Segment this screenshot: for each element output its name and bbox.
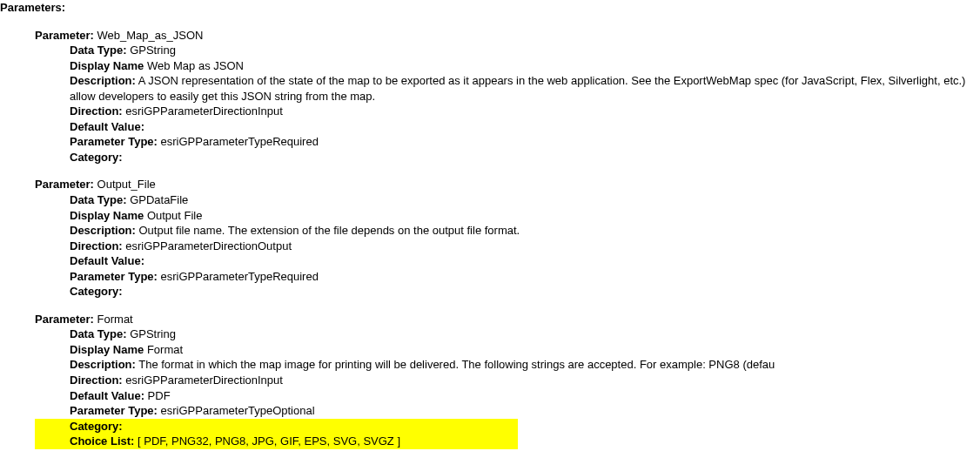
label: Category: (70, 285, 123, 298)
field-display-name: Display Name Output File (70, 208, 980, 224)
label: Description: (70, 224, 136, 237)
label: Choice List: (70, 434, 134, 448)
field-default-value: Default Value: (70, 253, 980, 269)
parameter-header: Parameter: Output_File (35, 177, 980, 192)
label: Default Value: (70, 389, 144, 402)
value: PDF (148, 389, 171, 402)
value: esriGPParameterTypeOptional (161, 404, 315, 417)
label: Direction: (70, 104, 123, 118)
parameter-label: Parameter: (35, 178, 94, 191)
value: Web Map as JSON (147, 59, 244, 72)
label: Description: (70, 74, 136, 87)
highlighted-row: Choice List: [ PDF, PNG32, PNG8, JPG, GI… (35, 434, 518, 449)
field-direction: Direction: esriGPParameterDirectionInput (70, 104, 980, 119)
parameter-block: Parameter: Format Data Type: GPString Di… (35, 312, 980, 449)
value: Output File (147, 209, 203, 222)
field-description: Description: A JSON representation of th… (70, 73, 980, 104)
parameters-doc: Parameters: Parameter: Web_Map_as_JSON D… (0, 0, 980, 449)
label: Default Value: (70, 120, 144, 133)
label: Data Type: (70, 327, 127, 340)
field-choice-list-highlight: Choice List: [ PDF, PNG32, PNG8, JPG, GI… (70, 434, 980, 449)
parameter-label: Parameter: (35, 29, 94, 42)
field-description: Description: The format in which the map… (70, 357, 980, 373)
label: Direction: (70, 239, 123, 252)
parameter-header: Parameter: Web_Map_as_JSON (35, 28, 980, 44)
label: Direction: (70, 374, 123, 387)
field-direction: Direction: esriGPParameterDirectionInput (70, 373, 980, 388)
field-direction: Direction: esriGPParameterDirectionOutpu… (70, 239, 980, 254)
label: Display Name (70, 209, 144, 222)
value: GPString (130, 44, 176, 57)
parameter-header: Parameter: Format (35, 312, 980, 327)
field-parameter-type: Parameter Type: esriGPParameterTypeRequi… (70, 134, 980, 150)
value: [ PDF, PNG32, PNG8, JPG, GIF, EPS, SVG, … (138, 434, 400, 448)
field-parameter-type: Parameter Type: esriGPParameterTypeRequi… (70, 269, 980, 285)
parameter-block: Parameter: Web_Map_as_JSON Data Type: GP… (35, 28, 980, 165)
label: Parameter Type: (70, 135, 158, 148)
field-data-type: Data Type: GPString (70, 43, 980, 58)
parameter-block: Parameter: Output_File Data Type: GPData… (35, 177, 980, 299)
value: Format (147, 343, 183, 356)
label: Category: (70, 420, 123, 433)
value: esriGPParameterDirectionOutput (125, 239, 292, 252)
field-description: Description: Output file name. The exten… (70, 223, 980, 239)
label: Display Name (70, 59, 144, 72)
value: esriGPParameterTypeRequired (161, 270, 319, 283)
value: Output file name. The extension of the f… (138, 224, 520, 237)
field-category: Category: (70, 150, 980, 165)
label: Description: (70, 358, 136, 371)
parameter-name: Format (97, 313, 133, 326)
value: GPDataFile (130, 193, 188, 206)
field-data-type: Data Type: GPDataFile (70, 192, 980, 208)
field-default-value: Default Value: PDF (70, 388, 980, 404)
field-category: Category: (70, 284, 980, 300)
highlighted-row: Category: (35, 419, 518, 434)
field-display-name: Display Name Web Map as JSON (70, 58, 980, 74)
label: Default Value: (70, 254, 144, 267)
field-data-type: Data Type: GPString (70, 326, 980, 342)
label: Data Type: (70, 193, 127, 206)
label: Category: (70, 151, 123, 164)
value: esriGPParameterDirectionInput (125, 104, 283, 118)
parameter-name: Output_File (97, 178, 156, 191)
value: esriGPParameterTypeRequired (161, 135, 319, 148)
label: Display Name (70, 343, 144, 356)
label: Parameter Type: (70, 404, 158, 417)
field-default-value: Default Value: (70, 119, 980, 135)
parameter-name: Web_Map_as_JSON (97, 29, 204, 42)
label: Data Type: (70, 44, 127, 57)
field-parameter-type: Parameter Type: esriGPParameterTypeOptio… (70, 403, 980, 419)
label: Parameter Type: (70, 270, 158, 283)
value: The format in which the map image for pr… (138, 358, 775, 371)
value: GPString (130, 327, 176, 340)
parameter-label: Parameter: (35, 313, 94, 326)
section-title: Parameters: (0, 0, 980, 16)
value: esriGPParameterDirectionInput (125, 374, 283, 387)
field-display-name: Display Name Format (70, 342, 980, 358)
value: A JSON representation of the state of th… (70, 74, 965, 103)
field-category-highlight: Category: (70, 419, 980, 434)
